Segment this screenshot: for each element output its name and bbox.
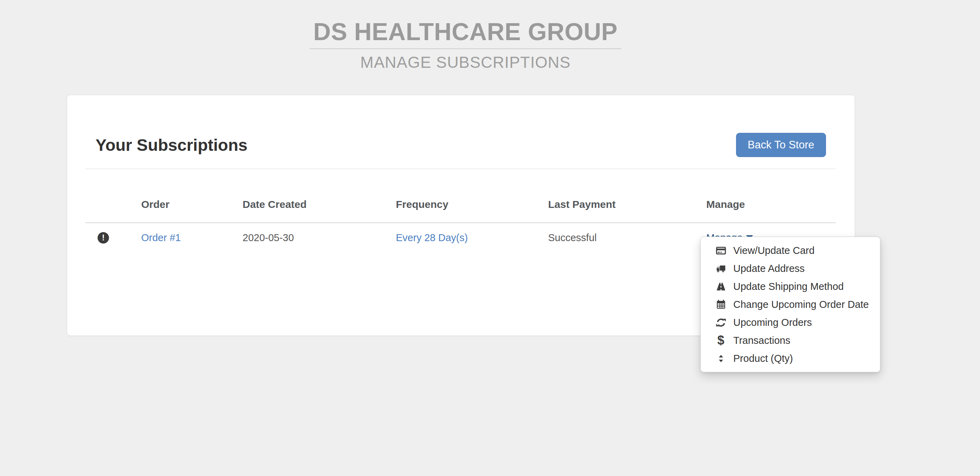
menu-item-transactions[interactable]: $ Transactions bbox=[701, 332, 880, 349]
column-header-date-created: Date Created bbox=[243, 169, 396, 223]
menu-item-update-address[interactable]: Update Address bbox=[701, 259, 880, 278]
card-title: Your Subscriptions bbox=[95, 136, 247, 155]
menu-item-product-qty[interactable]: Product (Qty) bbox=[701, 349, 880, 367]
order-link[interactable]: Order #1 bbox=[141, 232, 181, 243]
page-subtitle: MANAGE SUBSCRIPTIONS bbox=[0, 52, 931, 72]
column-header-manage: Manage bbox=[706, 169, 836, 223]
manage-dropdown-menu: View/Update Card Update Address bbox=[700, 236, 880, 372]
page-header: DS HEALTHCARE GROUP MANAGE SUBSCRIPTIONS bbox=[0, 19, 931, 72]
frequency-link[interactable]: Every 28 Day(s) bbox=[396, 232, 468, 243]
last-payment-value: Successful bbox=[548, 232, 597, 243]
menu-item-change-upcoming-order-date[interactable]: Change Upcoming Order Date bbox=[701, 295, 880, 313]
column-header-last-payment: Last Payment bbox=[548, 169, 706, 223]
truck-icon bbox=[714, 263, 728, 274]
column-header-order: Order bbox=[141, 169, 243, 223]
dollar-icon: $ bbox=[714, 334, 728, 347]
menu-item-label: Product (Qty) bbox=[733, 353, 793, 364]
road-icon bbox=[714, 281, 728, 292]
date-created-value: 2020-05-30 bbox=[243, 232, 294, 243]
credit-card-icon bbox=[714, 245, 728, 256]
sort-icon bbox=[714, 354, 728, 363]
menu-item-label: Update Shipping Method bbox=[733, 281, 844, 292]
menu-item-label: Upcoming Orders bbox=[733, 317, 812, 328]
menu-item-view-update-card[interactable]: View/Update Card bbox=[701, 241, 880, 259]
menu-item-label: Transactions bbox=[733, 335, 791, 346]
menu-item-label: Update Address bbox=[733, 263, 805, 274]
table-header-row: Order Date Created Frequency Last Paymen… bbox=[85, 169, 836, 223]
column-header-frequency: Frequency bbox=[396, 169, 548, 223]
menu-item-upcoming-orders[interactable]: Upcoming Orders bbox=[701, 313, 880, 332]
card-header-row: Your Subscriptions Back To Store bbox=[85, 132, 836, 157]
column-header-alert bbox=[85, 169, 141, 223]
menu-item-label: Change Upcoming Order Date bbox=[733, 299, 869, 310]
menu-item-label: View/Update Card bbox=[733, 245, 815, 256]
calendar-icon bbox=[714, 299, 728, 310]
back-to-store-button[interactable]: Back To Store bbox=[736, 133, 826, 157]
page-title: DS HEALTHCARE GROUP bbox=[310, 19, 621, 49]
menu-item-update-shipping-method[interactable]: Update Shipping Method bbox=[701, 278, 880, 295]
refresh-icon bbox=[714, 317, 728, 328]
exclamation-circle-icon: ! bbox=[98, 232, 109, 244]
